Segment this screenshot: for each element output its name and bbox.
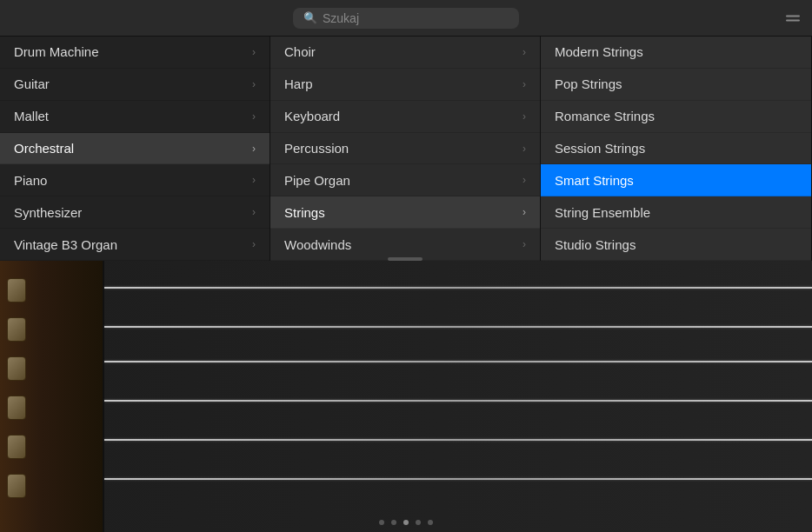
menu-line-1 — [786, 15, 800, 17]
chevron-icon: › — [522, 46, 526, 58]
item-label: String Ensemble — [555, 205, 650, 220]
search-icon: 🔍 — [303, 11, 317, 24]
search-input[interactable] — [323, 11, 509, 25]
subcategory-label: Pipe Organ — [284, 173, 350, 188]
guitar-string-6 — [104, 478, 812, 480]
item-label: Smart Strings — [555, 173, 634, 188]
category-label: Guitar — [14, 76, 50, 91]
subcategory-item-woodwinds[interactable]: Woodwinds› — [270, 229, 540, 261]
search-field-container[interactable]: 🔍 — [293, 8, 519, 29]
category-column: Drum Machine›Guitar›Mallet›Orchestral›Pi… — [0, 37, 270, 261]
chevron-icon: › — [252, 143, 256, 155]
category-item-mallet[interactable]: Mallet› — [0, 101, 270, 133]
chevron-icon: › — [522, 110, 526, 123]
search-bar: 🔍 — [0, 0, 812, 37]
subcategory-label: Choir — [284, 44, 316, 59]
category-label: Orchestral — [14, 141, 74, 156]
item-label: Session Strings — [555, 141, 645, 156]
guitar-string-1 — [104, 287, 812, 289]
subcategory-item-strings[interactable]: Strings› — [270, 196, 540, 229]
chevron-icon: › — [252, 110, 256, 123]
item-session-strings[interactable]: Session Strings — [541, 133, 811, 165]
menu-line-2 — [786, 19, 800, 21]
item-smart-strings[interactable]: Smart Strings — [541, 164, 811, 196]
subcategory-label: Keyboard — [284, 109, 340, 123]
chevron-icon: › — [252, 78, 256, 90]
tuning-peg-5 — [7, 435, 26, 459]
category-label: Synthesizer — [14, 205, 82, 220]
dot-2 — [391, 520, 396, 525]
subcategory-item-pipe-organ[interactable]: Pipe Organ› — [270, 164, 540, 196]
item-romance-strings[interactable]: Romance Strings — [541, 101, 811, 133]
subcategory-label: Percussion — [284, 141, 349, 156]
subcategory-label: Woodwinds — [284, 237, 351, 252]
guitar-string-5 — [104, 439, 812, 441]
chevron-icon: › — [522, 238, 526, 250]
dot-3 — [403, 520, 409, 525]
tuning-peg-6 — [7, 474, 26, 498]
chevron-icon: › — [252, 174, 256, 186]
menu-area: Drum Machine›Guitar›Mallet›Orchestral›Pi… — [0, 37, 812, 261]
guitar-neck — [0, 261, 104, 532]
page-indicator — [0, 520, 812, 525]
tuning-peg-1 — [7, 278, 26, 303]
item-pop-strings[interactable]: Pop Strings — [541, 69, 811, 101]
menu-icon[interactable] — [786, 15, 800, 21]
subcategory-item-choir[interactable]: Choir› — [270, 37, 540, 69]
item-string-ensemble[interactable]: String Ensemble — [541, 196, 811, 229]
category-label: Drum Machine — [14, 44, 99, 59]
category-item-drum-machine[interactable]: Drum Machine› — [0, 37, 270, 69]
category-item-guitar[interactable]: Guitar› — [0, 69, 270, 101]
subcategory-label: Harp — [284, 76, 313, 91]
dot-1 — [379, 520, 384, 525]
category-item-piano[interactable]: Piano› — [0, 164, 270, 196]
category-label: Vintage B3 Organ — [14, 237, 117, 252]
category-item-synthesizer[interactable]: Synthesizer› — [0, 196, 270, 229]
subcategory-column: Choir›Harp›Keyboard›Percussion›Pipe Orga… — [270, 37, 541, 261]
guitar-string-4 — [104, 400, 812, 402]
category-item-vintage-b3-organ[interactable]: Vintage B3 Organ› — [0, 229, 270, 261]
subcategory-item-keyboard[interactable]: Keyboard› — [270, 101, 540, 133]
guitar-string-3 — [104, 361, 812, 362]
guitar-area — [0, 261, 812, 532]
guitar-background — [0, 261, 812, 532]
guitar-string-2 — [104, 326, 812, 328]
category-label: Mallet — [14, 109, 49, 123]
item-label: Romance Strings — [555, 109, 655, 123]
item-label: Modern Strings — [555, 44, 643, 59]
chevron-icon: › — [252, 46, 256, 58]
chevron-icon: › — [252, 238, 256, 250]
category-item-orchestral[interactable]: Orchestral› — [0, 133, 270, 165]
category-label: Piano — [14, 173, 47, 188]
tuning-peg-2 — [7, 317, 26, 342]
chevron-icon: › — [522, 174, 526, 186]
item-label: Studio Strings — [555, 237, 636, 252]
chevron-icon: › — [522, 206, 526, 218]
tuning-peg-4 — [7, 396, 26, 420]
item-studio-strings[interactable]: Studio Strings — [541, 229, 811, 261]
tuning-peg-3 — [7, 356, 26, 381]
subcategory-label: Strings — [284, 205, 325, 220]
scroll-handle — [388, 257, 423, 261]
dot-4 — [416, 520, 421, 525]
chevron-icon: › — [252, 206, 256, 218]
item-column: Modern StringsPop StringsRomance Strings… — [541, 37, 812, 261]
dot-5 — [428, 520, 433, 525]
item-label: Pop Strings — [555, 76, 622, 91]
chevron-icon: › — [522, 143, 526, 155]
subcategory-item-percussion[interactable]: Percussion› — [270, 133, 540, 165]
subcategory-item-harp[interactable]: Harp› — [270, 69, 540, 101]
item-modern-strings[interactable]: Modern Strings — [541, 37, 811, 69]
chevron-icon: › — [522, 78, 526, 90]
